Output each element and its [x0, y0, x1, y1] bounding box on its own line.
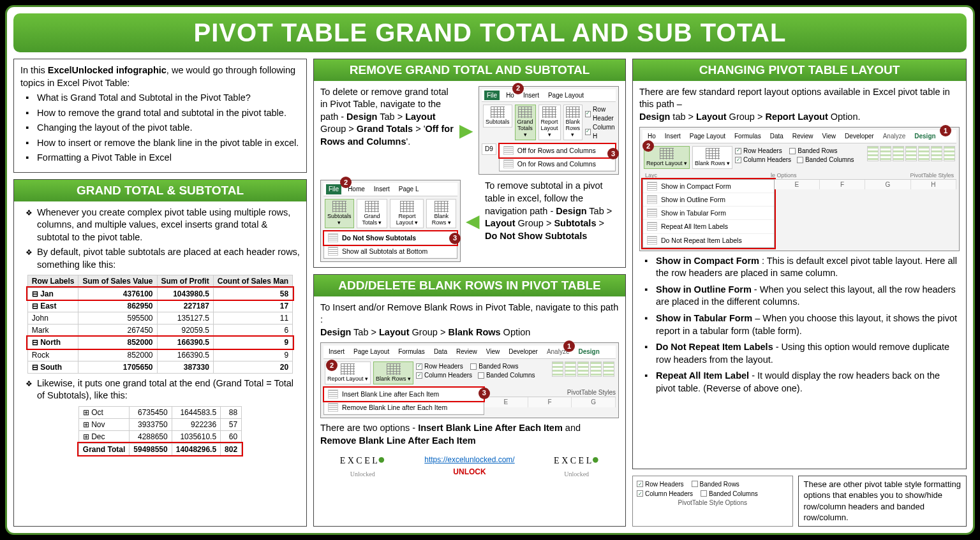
banded-rows-check[interactable]: Banded Rows [479, 362, 518, 371]
ribbon-blank-rows: InsertPage LayoutFormulasDataReviewViewD… [320, 342, 619, 418]
file-tab[interactable]: File [484, 91, 500, 101]
page-layout-tab[interactable]: Page Layout [546, 91, 586, 101]
ribbon-tab[interactable]: View [484, 347, 503, 357]
layout-menu-item[interactable]: Show in Outline Form [643, 193, 774, 207]
column-headers-check[interactable]: Column Headers [743, 156, 791, 164]
layout-menu-item[interactable]: Show in Compact Form [643, 180, 774, 193]
page-layout-tab[interactable]: Page L [396, 184, 422, 194]
intro-topic: Formatting a Pivot Table in Excel [26, 152, 300, 164]
column-headers-check[interactable]: Column H [593, 123, 615, 140]
report-layout-button[interactable]: Report Layout ▾ [390, 199, 424, 228]
intro-topic: What is Grand Total and Subtotal in the … [26, 92, 300, 105]
layout-menu-item[interactable]: Do Not Repeat Item Labels [643, 234, 774, 247]
group-label: PivotTable Styles [910, 171, 954, 179]
ribbon-tab[interactable]: Review [790, 131, 816, 142]
layout-option-desc: Show in Compact Form : This is default e… [644, 255, 960, 280]
grand-total-example-table: ⊞ Oct67354501644583.588⊞ Nov393375092223… [78, 406, 242, 456]
blank-rows-button[interactable]: Blank Rows ▾ [373, 361, 413, 384]
section-header: CHANGING PIVOT TABLE LAYOUT [633, 59, 966, 81]
menu-off-rows-cols[interactable]: Off for Rows and Columns [500, 144, 615, 157]
blank-rows-button[interactable]: Blank Rows ▾ [692, 146, 732, 169]
row-headers-check[interactable]: Row Headers [645, 481, 684, 488]
row-headers-check[interactable]: Row Header [593, 105, 615, 122]
layout-option-desc: Do Not Repeat Item Labels - Using this o… [644, 341, 960, 366]
blank-rows-card: ADD/DELETE BLANK ROWS IN PIVOT TABLE To … [313, 274, 626, 527]
ribbon-tab[interactable]: Data [431, 347, 450, 357]
ribbon-tab[interactable]: Design [912, 131, 938, 142]
intro-topic: How to remove the grand total and subtot… [26, 107, 300, 120]
ribbon-tab[interactable]: Developer [842, 131, 877, 142]
row-headers-check[interactable]: Row Headers [424, 362, 463, 371]
menu-insert-blank-line[interactable]: Insert Blank Line after Each Item [324, 388, 484, 401]
grand-totals-button[interactable]: Grand Totals ▾ [515, 105, 536, 140]
menu-do-not-show-subtotals[interactable]: Do Not Show Subtotals [324, 231, 457, 245]
banded-columns-check[interactable]: Banded Columns [709, 490, 758, 497]
remove-totals-card: REMOVE GRAND TOTAL AND SUBTOTAL To delet… [313, 59, 626, 268]
ribbon-grand-totals: File Ho Insert Page Layout 2 Subtotals G… [479, 86, 619, 175]
banded-columns-check[interactable]: Banded Columns [805, 156, 854, 164]
section-header: ADD/DELETE BLANK ROWS IN PIVOT TABLE [314, 275, 625, 296]
layout-option-desc: Show in Outline Form - When you select t… [644, 284, 960, 309]
layout-card: CHANGING PIVOT TABLE LAYOUT There are fe… [632, 59, 967, 469]
style-options-box: ✓Row Headers Banded Rows ✓Column Headers… [632, 476, 793, 527]
gt-point-2: By default, pivot table subtotals are pl… [26, 246, 300, 271]
ribbon-tab[interactable]: View [820, 131, 839, 142]
source-url-link[interactable]: https://excelunlocked.com/ [424, 455, 514, 464]
gt-point-1: Whenever you create complex pivot table … [26, 207, 300, 244]
layout-option-desc: Show in Tabular Form – When you choose t… [644, 312, 960, 337]
cell-ref: D9 [482, 143, 496, 155]
ribbon-tab[interactable]: Formulas [396, 347, 427, 357]
insert-tab[interactable]: Insert [521, 91, 542, 101]
step-badge-3: 3 [479, 388, 490, 399]
ribbon-tab[interactable]: Data [768, 131, 786, 142]
subtotals-button[interactable]: Subtotals [483, 105, 512, 128]
intro-card: In this ExcelUnlocked infographic, we wo… [13, 59, 307, 173]
excel-unlocked-logo: E X C E L●Unlocked [554, 451, 599, 480]
column-headers-check[interactable]: Column Headers [645, 490, 693, 497]
blank-rows-options-text: There are two options - Insert Blank Lin… [320, 422, 619, 447]
ribbon-report-layout: HoInsertPage LayoutFormulasDataReviewVie… [639, 127, 960, 251]
ribbon-tab[interactable]: Insert [326, 347, 347, 357]
grand-totals-button[interactable]: Grand Totals ▾ [357, 199, 388, 228]
gt-point-3: Likewise, it puts one grand total at the… [26, 377, 300, 402]
intro-topic: Changing the layout of the pivot table. [26, 122, 300, 135]
ribbon-tab[interactable]: Formulas [732, 131, 764, 142]
styles-group-label: PivotTable Styles [484, 388, 616, 397]
group-label: le Options [670, 171, 897, 179]
column-headers-check[interactable]: Column Headers [424, 371, 472, 380]
ribbon-tab[interactable]: Page Layout [687, 131, 728, 142]
layout-menu-item[interactable]: Repeat All Item Labels [643, 220, 774, 233]
menu-on-rows-cols[interactable]: On for Rows and Columns [500, 157, 615, 171]
banded-rows-check[interactable]: Banded Rows [700, 481, 739, 488]
report-layout-button[interactable]: Report Layout ▾ [538, 105, 561, 140]
file-tab[interactable]: File [326, 184, 341, 194]
remove-gt-text: To delete or remove grand total in Pivot… [320, 86, 454, 175]
subtotals-button[interactable]: Subtotals ▾ [325, 199, 354, 228]
menu-show-subtotals-bottom[interactable]: Show all Subtotals at Bottom [324, 245, 457, 258]
section-header: GRAND TOTAL & SUBTOTAL [14, 180, 306, 201]
banded-columns-check[interactable]: Banded Columns [486, 371, 535, 380]
page-title: PIVOT TABLE GRAND TOTAL AND SUB TOTAL [13, 13, 967, 52]
intro-topics-list: What is Grand Total and Subtotal in the … [20, 92, 300, 164]
blank-rows-text: To Insert and/or Remove Blank Rows in Pi… [320, 302, 619, 339]
ribbon-tab[interactable]: Review [454, 347, 480, 357]
banded-rows-check[interactable]: Banded Rows [798, 147, 837, 156]
arrow-right-icon: ▶ [459, 119, 473, 143]
layout-options-list: Show in Compact Form : This is default e… [639, 255, 960, 395]
menu-remove-blank-line[interactable]: Remove Blank Line after Each Item [324, 401, 484, 414]
row-headers-check[interactable]: Row Headers [743, 147, 782, 156]
ribbon-tab[interactable]: Page Layout [351, 347, 392, 357]
pivot-styles-gallery[interactable] [552, 361, 614, 377]
blank-rows-button[interactable]: Blank Rows ▾ [563, 105, 583, 140]
ribbon-tab[interactable]: Developer [506, 347, 540, 357]
report-layout-dropdown: Show in Compact FormShow in Outline Form… [642, 179, 775, 248]
pivot-styles-gallery[interactable] [867, 146, 955, 161]
ribbon-tab[interactable]: Design [575, 347, 602, 357]
insert-tab[interactable]: Insert [371, 184, 392, 194]
blank-rows-button[interactable]: Blank Rows ▾ [426, 199, 456, 228]
ribbon-tab[interactable]: Insert [662, 131, 683, 142]
layout-menu-item[interactable]: Show in Tabular Form [643, 207, 774, 220]
ribbon-tab[interactable]: Analyze [880, 131, 909, 142]
subtotal-example-table: Row LabelsSum of Sales ValueSum of Profi… [27, 275, 293, 374]
infographic-page: PIVOT TABLE GRAND TOTAL AND SUB TOTAL In… [5, 5, 975, 535]
